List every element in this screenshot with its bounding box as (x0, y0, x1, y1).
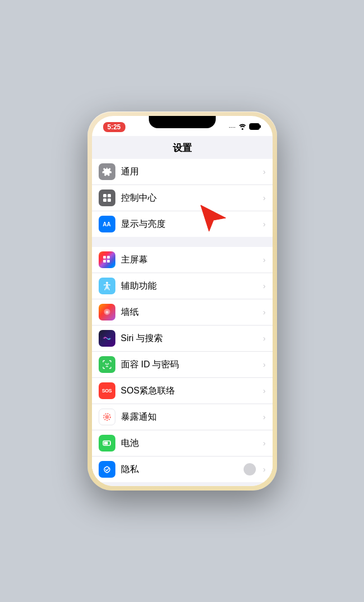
exposure-icon (99, 409, 115, 425)
home-screen-chevron: › (263, 255, 266, 264)
phone-frame: 5:25 ···· 设置 (88, 111, 277, 491)
general-icon (99, 163, 115, 180)
sos-label: SOS紧急联络 (121, 385, 263, 397)
settings-item-display[interactable]: AA 显示与亮度 › (92, 211, 273, 237)
privacy-icon (99, 461, 115, 478)
battery-icon-item (99, 435, 115, 452)
wifi-icon (238, 124, 247, 131)
battery-chevron: › (263, 439, 266, 448)
display-icon: AA (99, 216, 115, 232)
display-label: 显示与亮度 (121, 219, 263, 230)
page-title: 设置 (92, 136, 273, 159)
svg-point-0 (241, 128, 243, 130)
sos-chevron: › (263, 386, 266, 395)
accessibility-chevron: › (263, 281, 266, 290)
svg-point-13 (106, 282, 108, 284)
home-screen-icon (99, 251, 115, 268)
control-center-label: 控制中心 (121, 192, 263, 204)
settings-item-exposure[interactable]: 暴露通知 › (92, 404, 273, 430)
status-time: 5:25 (103, 122, 125, 132)
svg-rect-4 (103, 194, 106, 197)
wallpaper-label: 墙纸 (121, 307, 263, 318)
settings-group-2: 主屏幕 › 辅助功能 › (92, 247, 273, 482)
phone-screen: 5:25 ···· 设置 (92, 116, 273, 486)
settings-group-1: 通用 › 控制中心 › AA (92, 159, 273, 237)
svg-rect-11 (103, 260, 106, 263)
face-id-icon (99, 356, 115, 373)
svg-rect-2 (260, 125, 261, 128)
accessibility-icon (99, 278, 115, 294)
screen-content: 设置 通用 › (92, 136, 273, 486)
siri-chevron: › (263, 334, 266, 343)
settings-item-general[interactable]: 通用 › (92, 159, 273, 185)
svg-rect-10 (107, 256, 110, 259)
display-chevron: › (263, 220, 266, 229)
control-center-chevron: › (263, 193, 266, 202)
settings-item-accessibility[interactable]: 辅助功能 › (92, 273, 273, 299)
wallpaper-icon (99, 304, 115, 321)
settings-item-privacy[interactable]: 隐私 › (92, 457, 273, 482)
exposure-chevron: › (263, 412, 266, 421)
face-id-chevron: › (263, 360, 266, 369)
control-center-icon (99, 190, 115, 206)
svg-rect-19 (104, 442, 108, 445)
settings-item-control-center[interactable]: 控制中心 › (92, 185, 273, 211)
svg-rect-1 (249, 124, 259, 130)
home-screen-label: 主屏幕 (121, 254, 263, 266)
svg-point-17 (106, 416, 108, 418)
battery-label: 电池 (121, 438, 263, 449)
battery-icon (249, 123, 261, 131)
privacy-chevron: › (263, 465, 266, 474)
svg-rect-7 (108, 198, 111, 202)
svg-rect-12 (107, 260, 110, 263)
settings-item-battery[interactable]: 电池 › (92, 430, 273, 457)
svg-rect-5 (108, 194, 111, 197)
settings-item-sos[interactable]: SOS SOS紧急联络 › (92, 378, 273, 404)
accessibility-label: 辅助功能 (121, 280, 263, 292)
scroll-indicator (244, 463, 256, 475)
svg-rect-6 (103, 198, 106, 202)
svg-point-14 (105, 311, 108, 314)
status-icons: ···· (229, 123, 261, 131)
settings-item-siri[interactable]: Siri 与搜索 › (92, 326, 273, 352)
exposure-label: 暴露通知 (121, 411, 263, 423)
general-label: 通用 (121, 166, 263, 178)
settings-item-home-screen[interactable]: 主屏幕 › (92, 247, 273, 273)
signal-icon: ···· (229, 124, 235, 130)
siri-icon (99, 330, 115, 347)
wallpaper-chevron: › (263, 308, 266, 317)
face-id-label: 面容 ID 与密码 (121, 359, 263, 371)
settings-item-face-id[interactable]: 面容 ID 与密码 › (92, 352, 273, 378)
privacy-label: 隐私 (121, 464, 263, 475)
svg-rect-9 (103, 256, 106, 259)
sos-icon: SOS (99, 382, 115, 399)
settings-item-wallpaper[interactable]: 墙纸 › (92, 299, 273, 326)
siri-label: Siri 与搜索 (121, 333, 263, 344)
notch (149, 116, 216, 128)
general-chevron: › (263, 167, 266, 176)
